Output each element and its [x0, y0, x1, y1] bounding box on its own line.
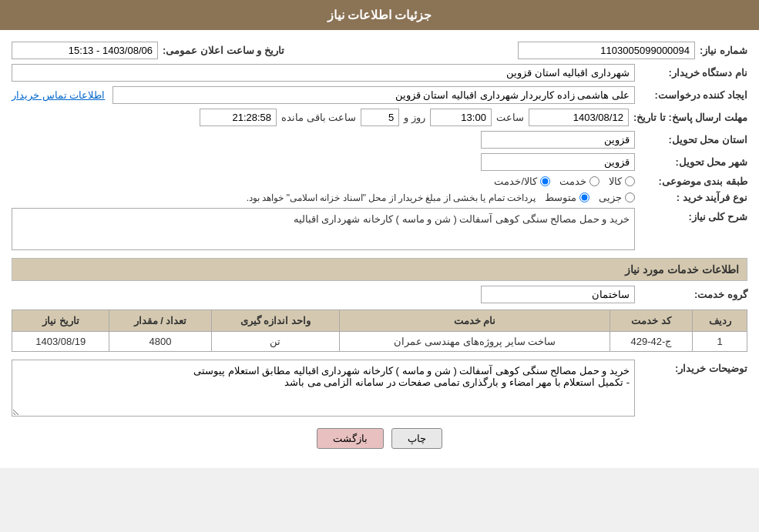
sharh-value: خرید و حمل مصالح سنگی کوهی آسفالت ( شن و…	[12, 208, 635, 250]
tawzihat-label: توضیحات خریدار:	[640, 360, 747, 374]
cell-radif: 1	[693, 332, 747, 352]
cell-code: ج-42-429	[610, 332, 693, 352]
noe-jozi-label: جزیی	[599, 192, 622, 203]
services-section-header: اطلاعات خدمات مورد نیاز	[12, 258, 747, 281]
tabaqe-kala-khadamat-label: کالا/خدمت	[494, 176, 537, 187]
print-button[interactable]: چاپ	[391, 428, 442, 449]
cell-date: 1403/08/19	[12, 332, 109, 352]
tabaqe-khadamat-label: خدمت	[559, 176, 586, 187]
ijad-input	[113, 86, 635, 104]
back-button[interactable]: بازگشت	[317, 428, 384, 449]
row-namdastgah: نام دستگاه خریدار:	[12, 64, 747, 82]
tabaqe-kala-khadamat-radio[interactable]	[540, 176, 550, 186]
shahr-label: شهر محل تحویل:	[640, 156, 747, 168]
col-radif: ردیف	[693, 310, 747, 332]
button-row: چاپ بازگشت	[12, 428, 747, 449]
ijad-label: ایجاد کننده درخواست:	[640, 89, 747, 101]
cell-count: 4800	[109, 332, 211, 352]
noe-motevaset-radio[interactable]	[579, 192, 589, 202]
tabaqe-kala-khadamat: کالا/خدمت	[494, 176, 550, 187]
tabaqe-khadamat-radio[interactable]	[589, 176, 599, 186]
tarikh-input	[12, 42, 158, 59]
tawzihat-textarea	[12, 360, 635, 417]
row-tabaqe: طبقه بندی موضوعی: کالا خدمت کالا/خدمت	[12, 176, 747, 187]
page-wrapper: جزئیات اطلاعات نیاز شماره نیاز: تاریخ و …	[0, 0, 759, 468]
tarikh-label: تاریخ و ساعت اعلان عمومی:	[163, 45, 284, 56]
page-title: جزئیات اطلاعات نیاز	[327, 8, 432, 22]
noe-label: نوع فرآیند خرید :	[640, 192, 747, 203]
table-row: 1ج-42-429ساخت سایر پروژه‌های مهندسی عمرا…	[12, 332, 747, 352]
group-label: گروه خدمت:	[640, 289, 747, 300]
row-tawzihat: توضیحات خریدار:	[12, 360, 747, 417]
col-count: تعداد / مقدار	[109, 310, 211, 332]
noe-note: پرداخت تمام یا بخشی از مبلغ خریدار از مح…	[247, 192, 536, 203]
ostan-input	[481, 131, 635, 149]
row-group: گروه خدمت:	[12, 286, 747, 303]
shomara-input	[518, 42, 695, 59]
noe-motevaset: متوسط	[545, 192, 589, 203]
ettelaat-link[interactable]: اطلاعات تماس خریدار	[12, 89, 105, 101]
content-area: شماره نیاز: تاریخ و ساعت اعلان عمومی: نا…	[0, 30, 759, 468]
sharh-label: شرح کلی نیاز:	[640, 208, 747, 223]
col-date: تاریخ نیاز	[12, 310, 109, 332]
ostan-label: استان محل تحویل:	[640, 134, 747, 146]
cell-name: ساخت سایر پروژه‌های مهندسی عمران	[340, 332, 610, 352]
row-ostan: استان محل تحویل:	[12, 131, 747, 149]
row-mohlat: مهلت ارسال پاسخ: تا تاریخ: ساعت روز و سا…	[12, 109, 747, 126]
page-header: جزئیات اطلاعات نیاز	[0, 0, 759, 30]
tabaqe-radio-group: کالا خدمت کالا/خدمت	[494, 176, 635, 187]
shomara-label: شماره نیاز:	[700, 45, 747, 56]
row-shomara: شماره نیاز: تاریخ و ساعت اعلان عمومی:	[12, 42, 747, 59]
services-table: ردیف کد خدمت نام خدمت واحد اندازه گیری ت…	[12, 309, 747, 352]
group-input	[481, 286, 635, 303]
tabaqe-kala: کالا	[609, 176, 635, 187]
mohlat-rooz-input	[361, 109, 399, 126]
row-shahr: شهر محل تحویل:	[12, 153, 747, 171]
rooz-label: روز و	[404, 112, 425, 123]
mohlat-label: مهلت ارسال پاسخ: تا تاریخ:	[633, 112, 747, 123]
table-header-row: ردیف کد خدمت نام خدمت واحد اندازه گیری ت…	[12, 310, 747, 332]
namdastgah-input	[12, 64, 635, 82]
tabaqe-kala-radio[interactable]	[625, 176, 635, 186]
tabaqe-label: طبقه بندی موضوعی:	[640, 176, 747, 187]
mohlat-date-input	[529, 109, 629, 126]
row-ijad: ایجاد کننده درخواست: اطلاعات تماس خریدار	[12, 86, 747, 104]
namdastgah-label: نام دستگاه خریدار:	[640, 67, 747, 79]
row-noe: نوع فرآیند خرید : جزیی متوسط پرداخت تمام…	[12, 192, 747, 203]
cell-unit: تن	[211, 332, 340, 352]
saat-mande-label: ساعت باقی مانده	[281, 112, 356, 123]
col-name: نام خدمت	[340, 310, 610, 332]
noe-motevaset-label: متوسط	[545, 192, 576, 203]
saat-label: ساعت	[496, 112, 524, 123]
mohlat-saat-input	[430, 109, 492, 126]
tabaqe-khadamat: خدمت	[559, 176, 599, 187]
tabaqe-kala-label: کالا	[609, 176, 622, 187]
noe-radio-group: جزیی متوسط	[545, 192, 635, 203]
noe-jozi: جزیی	[599, 192, 635, 203]
row-sharh: شرح کلی نیاز: خرید و حمل مصالح سنگی کوهی…	[12, 208, 747, 250]
mohlat-saat-mande-input	[200, 109, 277, 126]
shahr-input	[481, 153, 635, 171]
col-code: کد خدمت	[610, 310, 693, 332]
col-unit: واحد اندازه گیری	[211, 310, 340, 332]
noe-jozi-radio[interactable]	[625, 192, 635, 202]
